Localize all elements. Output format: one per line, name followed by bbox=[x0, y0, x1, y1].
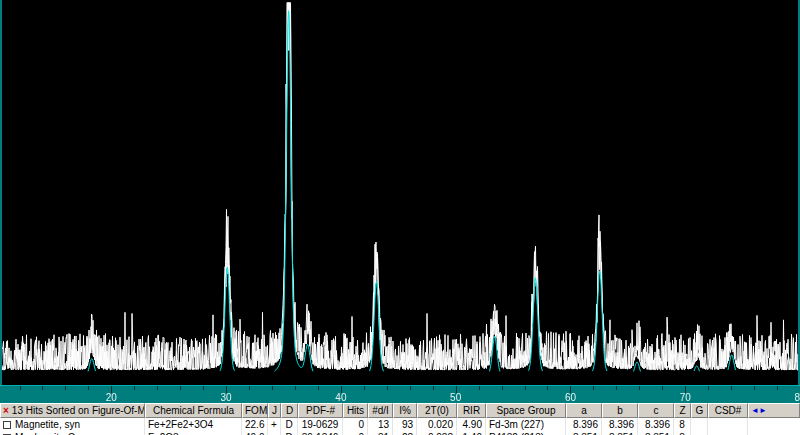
column-header-csd[interactable]: CSD# bbox=[708, 403, 748, 418]
column-header-ipct[interactable]: I% bbox=[393, 403, 417, 418]
hit-cell-rir: 1.40 bbox=[457, 431, 486, 435]
hit-cell-b: 8.351 bbox=[602, 431, 638, 435]
hit-cell-dI: 31 bbox=[368, 431, 393, 435]
hit-cell-g bbox=[691, 418, 708, 431]
column-header-formula[interactable]: Chemical Formula bbox=[145, 403, 242, 418]
hit-cell-formula: Fe+2Fe2+3O4 bbox=[145, 418, 242, 431]
column-header-a[interactable]: a bbox=[566, 403, 602, 418]
column-header-hits[interactable]: Hits bbox=[343, 403, 368, 418]
nav-left-icon[interactable]: ◄ bbox=[751, 406, 759, 415]
hit-cell-g bbox=[691, 431, 708, 435]
column-header-rir[interactable]: RIR bbox=[457, 403, 486, 418]
hit-cell-pdf: 19-0629 bbox=[298, 418, 343, 431]
column-header-c[interactable]: c bbox=[638, 403, 674, 418]
hit-cell-c: 8.396 bbox=[638, 418, 674, 431]
hit-cell-ipct: 93 bbox=[393, 418, 417, 431]
column-header-pdf[interactable]: PDF-# bbox=[298, 403, 343, 418]
hit-cell-t0: 0.088 bbox=[417, 431, 457, 435]
column-header-d[interactable]: D bbox=[281, 403, 298, 418]
hit-cell-rir: 4.90 bbox=[457, 418, 486, 431]
hit-list-title: 13 Hits Sorted on Figure-Of-M... bbox=[12, 405, 145, 416]
hit-cell-formula: Fe2O3 bbox=[145, 431, 242, 435]
close-hit-list-icon[interactable]: × bbox=[3, 405, 9, 416]
hit-cell-dI: 13 bbox=[368, 418, 393, 431]
hit-cell-j: + bbox=[268, 418, 281, 431]
hit-cell-d: D bbox=[281, 431, 298, 435]
hit-cell-b: 8.396 bbox=[602, 418, 638, 431]
hit-cell-c: 8.351 bbox=[638, 431, 674, 435]
hit-cell-pdf: 39-1346 bbox=[298, 431, 343, 435]
hit-row[interactable]: Maghemite-C, synFe2O340.0D39-1346031280.… bbox=[0, 431, 800, 435]
phase-name: Magnetite, syn bbox=[15, 419, 80, 430]
hit-cell-z: 8 bbox=[674, 431, 691, 435]
column-header-b[interactable]: b bbox=[602, 403, 638, 418]
hit-cell-j bbox=[268, 431, 281, 435]
hit-cell-hits: 0 bbox=[343, 431, 368, 435]
hit-cell-fom: 40.0 bbox=[242, 431, 268, 435]
hit-cell-hits: 0 bbox=[343, 418, 368, 431]
hit-row[interactable]: Magnetite, synFe+2Fe2+3O422.6+D19-062901… bbox=[0, 418, 800, 431]
column-header-dI[interactable]: #d/I bbox=[368, 403, 393, 418]
two-theta-axis-strip bbox=[0, 385, 800, 403]
column-header-g[interactable]: G bbox=[691, 403, 708, 418]
column-header-z[interactable]: Z bbox=[674, 403, 691, 418]
hit-cell-ipct: 28 bbox=[393, 431, 417, 435]
hit-name-cell: Magnetite, syn bbox=[0, 418, 145, 431]
xrd-pattern-plot[interactable] bbox=[0, 0, 800, 385]
column-header-t0[interactable]: 2T(0) bbox=[417, 403, 457, 418]
hit-cell-sg: P4132 (213) bbox=[486, 431, 566, 435]
hit-row-checkbox[interactable] bbox=[3, 421, 11, 429]
hit-list-header: ×13 Hits Sorted on Figure-Of-M... Chemic… bbox=[0, 403, 800, 418]
nav-right-icon[interactable]: ► bbox=[759, 406, 767, 415]
hit-cell-fom: 22.6 bbox=[242, 418, 268, 431]
hit-list-nav-cell: ◄► bbox=[748, 403, 800, 418]
hit-name-cell: Maghemite-C, syn bbox=[0, 431, 145, 435]
hit-cell-csd bbox=[708, 418, 748, 431]
hit-list-panel: ×13 Hits Sorted on Figure-Of-M... Chemic… bbox=[0, 403, 800, 435]
hit-cell-csd bbox=[708, 431, 748, 435]
hit-cell-d: D bbox=[281, 418, 298, 431]
xrd-plot-area bbox=[0, 0, 800, 385]
hit-list-rows: Magnetite, synFe+2Fe2+3O422.6+D19-062901… bbox=[0, 418, 800, 435]
two-theta-axis bbox=[0, 385, 800, 403]
hit-list-title-cell: ×13 Hits Sorted on Figure-Of-M... bbox=[0, 403, 145, 418]
hit-cell-t0: 0.020 bbox=[417, 418, 457, 431]
diffraction-app-window: ×13 Hits Sorted on Figure-Of-M... Chemic… bbox=[0, 0, 800, 435]
hit-cell-a: 8.351 bbox=[566, 431, 602, 435]
hit-cell-a: 8.396 bbox=[566, 418, 602, 431]
column-header-fom[interactable]: FOM bbox=[242, 403, 268, 418]
hit-cell-z: 8 bbox=[674, 418, 691, 431]
hit-cell-sg: Fd-3m (227) bbox=[486, 418, 566, 431]
column-header-j[interactable]: J bbox=[268, 403, 281, 418]
column-header-sg[interactable]: Space Group bbox=[486, 403, 566, 418]
